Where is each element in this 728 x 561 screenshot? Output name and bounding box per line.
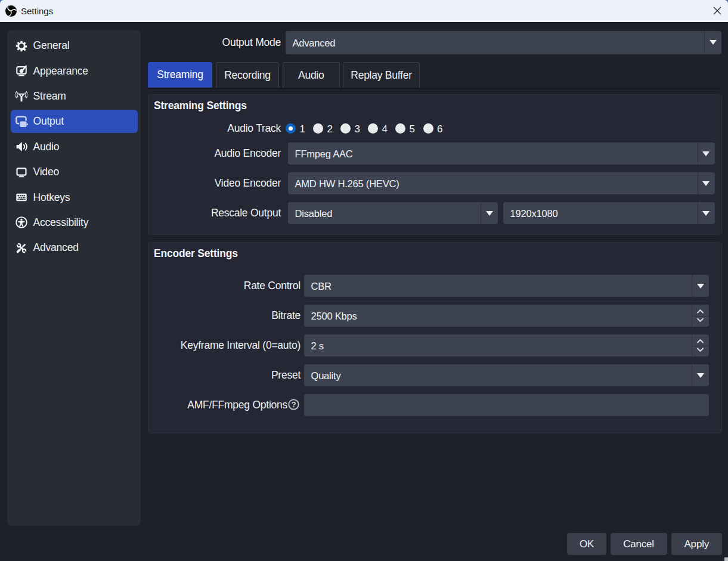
svg-text:?: ? — [291, 400, 296, 409]
